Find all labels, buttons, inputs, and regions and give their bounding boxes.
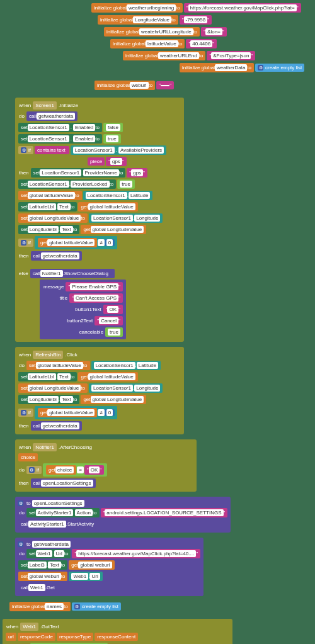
event-param[interactable]: choice — [18, 453, 38, 461]
call-method[interactable]: call Notifier1 .ShowChooseDialog — [30, 269, 115, 278]
set-prop[interactable]: set LocationSensor1 . ProviderName to — [31, 168, 126, 178]
string-value[interactable]: " OK " — [84, 465, 104, 475]
event-param[interactable]: responseType — [57, 633, 93, 641]
string-value[interactable]: " Cancel " — [94, 316, 123, 325]
arg-label: message — [42, 284, 65, 290]
string-value[interactable]: " https://forecast.weather.gov/MapClick.… — [72, 549, 200, 558]
call-method[interactable]: call ActivityStarter1 .StartActivity — [18, 519, 96, 529]
get-global[interactable]: get global LongitudeValue — [81, 225, 146, 234]
init-block[interactable]: initialize global weatherurlbeginning to — [91, 3, 183, 13]
set-prop[interactable]: set Longitudelbl . Text to — [18, 225, 79, 234]
event-param[interactable]: responseCode — [18, 633, 55, 641]
set-prop[interactable]: set ActivityStarter1 . Action to — [26, 508, 100, 517]
component-ref[interactable]: RefreshBtn — [33, 351, 63, 359]
gear-icon — [18, 500, 23, 506]
set-global[interactable]: set global latitudeValue to — [26, 361, 90, 370]
get-prop[interactable]: LocationSensor1 . Latitude — [91, 361, 161, 370]
when-refreshbtn-click[interactable]: whenRefreshBtn.Click do set global latit… — [15, 347, 184, 434]
set-global[interactable]: set global LongitudeValue to — [18, 213, 88, 223]
string-value[interactable]: " OK " — [103, 305, 123, 314]
set-global[interactable]: set global weburl to — [18, 572, 67, 581]
get-var[interactable]: get choice — [46, 465, 76, 475]
set-prop[interactable]: set LocationSensor1 . Enabled to — [18, 123, 102, 132]
arg-label: button1Text — [74, 307, 102, 312]
init-block[interactable]: initialize global weatehrURLLongitude to — [104, 27, 200, 37]
empty-list[interactable]: create empty list — [72, 602, 121, 611]
gear-icon — [258, 65, 263, 71]
get-prop[interactable]: LocationSensor1 . AvailableProviders — [71, 145, 166, 155]
compare[interactable]: get choice = " OK " — [43, 463, 107, 477]
proc-openlocationsettings[interactable]: to openLocationSettings do set ActivityS… — [15, 497, 231, 533]
bool-false[interactable]: false — [103, 123, 123, 132]
init-block[interactable]: initialize global LongitudeValue to — [98, 15, 178, 25]
if-block[interactable]: if — [18, 239, 33, 247]
component-ref[interactable]: Web1 — [20, 623, 38, 631]
init-block[interactable]: initialize global latitudeValue to — [110, 39, 185, 48]
get-global[interactable]: get global latitudeValue — [38, 408, 97, 417]
call-proc[interactable]: call getweatherdata — [31, 421, 82, 431]
get-global[interactable]: get global latitudeValue — [78, 202, 137, 212]
arg-label: cancelable — [78, 329, 105, 335]
set-prop[interactable]: set LocationSensor1 . Enabled to — [18, 134, 102, 144]
set-prop[interactable]: set LocationSensor1 . ProviderLocked to — [18, 179, 116, 189]
component-ref[interactable]: Screen1 — [33, 101, 57, 110]
string-value[interactable]: " " — [156, 81, 174, 89]
set-prop[interactable]: set LatitudeLbl . Text to — [18, 372, 77, 381]
if-block[interactable]: if — [18, 409, 33, 417]
empty-list[interactable]: create empty list — [255, 64, 304, 72]
init-block[interactable]: initialize global names to — [9, 602, 71, 611]
set-prop[interactable]: set Longitudelbl . Text to — [18, 395, 79, 404]
call-proc[interactable]: call openLocationSettings — [31, 478, 96, 488]
set-prop[interactable]: set LatitudeLbl . Text to — [18, 202, 77, 212]
if-block[interactable]: if — [18, 146, 33, 154]
call-proc[interactable]: call getweatherdata — [31, 251, 82, 261]
set-global[interactable]: set global LongitudeValue to — [18, 383, 88, 393]
string-value[interactable]: " gps " — [106, 157, 127, 166]
component-ref[interactable]: Notifier1 — [33, 443, 57, 451]
when-screen1-initialize[interactable]: whenScreen1.Initialize do call getweathe… — [15, 98, 184, 342]
string-value[interactable]: " https://forecast.weather.gov/MapClick.… — [184, 3, 301, 13]
get-prop[interactable]: Web1 . Url — [69, 572, 102, 581]
init-block[interactable]: initialize global weatherURLEnd to — [123, 51, 205, 60]
string-value[interactable]: " Can't Access GPS " — [69, 293, 123, 303]
if-block[interactable]: if — [26, 466, 42, 474]
num-zero[interactable]: 0 — [105, 409, 115, 416]
get-global[interactable]: get global weburl — [69, 560, 114, 570]
arg-label: title — [59, 295, 69, 301]
contains-block[interactable]: contains text — [35, 146, 69, 154]
when-web1-gottext[interactable]: whenWeb1.GotText url responseCode respon… — [3, 619, 232, 644]
gear-icon — [18, 541, 23, 547]
call-proc[interactable]: call getweatherdata — [26, 111, 77, 121]
gear-icon — [21, 240, 26, 246]
proc-getweatherdata[interactable]: to getweatherdata do set Web1 . Url to "… — [15, 538, 203, 596]
string-value[interactable]: " Please Enable GPS " — [66, 282, 122, 291]
string-value[interactable]: " -79.9958 " — [180, 15, 212, 25]
compare[interactable]: get global latitudeValue ≠ 0 — [35, 236, 117, 249]
string-value[interactable]: " &lon= " — [201, 27, 226, 37]
string-value[interactable]: " 40.4406 " — [186, 39, 217, 48]
when-notifier-afterchoosing[interactable]: whenNotifier1.AfterChoosing choice do if… — [15, 439, 197, 492]
event-param[interactable]: url — [6, 633, 16, 641]
num-zero[interactable]: 0 — [105, 239, 115, 246]
init-block[interactable]: initialize global weburl to — [94, 81, 155, 90]
bool-true[interactable]: true — [103, 134, 121, 144]
bool-true[interactable]: true — [105, 327, 123, 337]
get-prop[interactable]: LocationSensor1 . Latitude — [83, 191, 153, 200]
string-value[interactable]: " gps " — [127, 168, 147, 178]
get-global[interactable]: get global latitudeValue — [78, 372, 137, 381]
set-global[interactable]: set global latitudeValue to — [18, 191, 82, 200]
get-prop[interactable]: LocationSensor1 . Longitude — [89, 383, 163, 393]
init-block[interactable]: initialize global weatherData to — [180, 63, 254, 72]
get-global[interactable]: get global LongitudeValue — [81, 395, 146, 404]
bool-true[interactable]: true — [117, 179, 135, 189]
string-value[interactable]: " &FcstType=json " — [207, 51, 255, 60]
get-global[interactable]: get global latitudeValue — [38, 238, 97, 247]
call-method[interactable]: call Web1 .Get — [18, 583, 57, 592]
event-param[interactable]: responseContent — [94, 633, 138, 641]
init-globals: initialize global weatherurlbeginning to… — [3, 3, 315, 73]
set-prop[interactable]: set Label3 . Text to — [18, 560, 67, 570]
set-prop[interactable]: set Web1 . Url to — [26, 549, 71, 558]
compare[interactable]: get global latitudeValue ≠ 0 — [35, 406, 117, 419]
get-prop[interactable]: LocationSensor1 . Longitude — [89, 213, 163, 223]
string-value[interactable]: " android.settings.LOCATION_SOURCE_SETTI… — [101, 508, 228, 517]
